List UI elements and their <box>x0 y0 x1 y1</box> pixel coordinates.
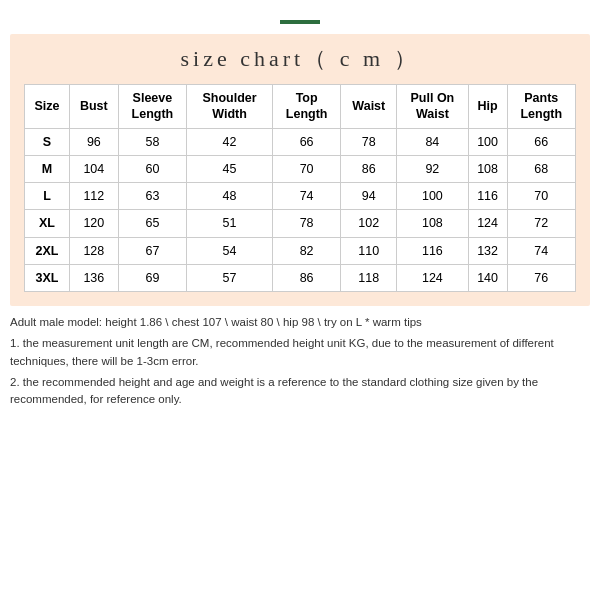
table-cell: 57 <box>187 264 273 291</box>
table-cell: 51 <box>187 210 273 237</box>
column-header: Pull On Waist <box>397 85 468 129</box>
table-cell: 100 <box>397 183 468 210</box>
table-cell: 58 <box>118 128 186 155</box>
table-cell: 42 <box>187 128 273 155</box>
notes: Adult male model: height 1.86 \ chest 10… <box>10 314 590 412</box>
table-row: 3XL13669578611812414076 <box>25 264 576 291</box>
table-cell: 70 <box>272 155 340 182</box>
table-cell: 112 <box>69 183 118 210</box>
table-cell: L <box>25 183 70 210</box>
column-header: Bust <box>69 85 118 129</box>
table-row: 2XL12867548211011613274 <box>25 237 576 264</box>
table-cell: 65 <box>118 210 186 237</box>
column-header: Waist <box>341 85 397 129</box>
size-table: SizeBustSleeve LengthShoulder WidthTop L… <box>24 84 576 292</box>
table-cell: 128 <box>69 237 118 264</box>
table-cell: 108 <box>397 210 468 237</box>
model-note: Adult male model: height 1.86 \ chest 10… <box>10 314 590 331</box>
column-header: Shoulder Width <box>187 85 273 129</box>
column-header: Top Length <box>272 85 340 129</box>
table-cell: S <box>25 128 70 155</box>
chart-container: size chart（ c m ） SizeBustSleeve LengthS… <box>10 34 590 306</box>
table-cell: 86 <box>272 264 340 291</box>
column-header: Hip <box>468 85 507 129</box>
table-row: S96584266788410066 <box>25 128 576 155</box>
table-cell: 76 <box>507 264 575 291</box>
table-cell: 94 <box>341 183 397 210</box>
table-cell: 84 <box>397 128 468 155</box>
table-cell: 63 <box>118 183 186 210</box>
table-cell: 60 <box>118 155 186 182</box>
table-cell: 104 <box>69 155 118 182</box>
table-cell: 74 <box>507 237 575 264</box>
table-cell: 136 <box>69 264 118 291</box>
table-cell: 110 <box>341 237 397 264</box>
table-cell: 70 <box>507 183 575 210</box>
table-cell: 3XL <box>25 264 70 291</box>
table-body: S96584266788410066M104604570869210868L11… <box>25 128 576 292</box>
table-cell: 78 <box>341 128 397 155</box>
table-cell: XL <box>25 210 70 237</box>
table-cell: 54 <box>187 237 273 264</box>
table-cell: 116 <box>397 237 468 264</box>
table-row: L1126348749410011670 <box>25 183 576 210</box>
header-row: SizeBustSleeve LengthShoulder WidthTop L… <box>25 85 576 129</box>
column-header: Sleeve Length <box>118 85 186 129</box>
table-cell: M <box>25 155 70 182</box>
table-cell: 120 <box>69 210 118 237</box>
table-cell: 102 <box>341 210 397 237</box>
table-cell: 132 <box>468 237 507 264</box>
table-header: SizeBustSleeve LengthShoulder WidthTop L… <box>25 85 576 129</box>
table-cell: 118 <box>341 264 397 291</box>
table-row: M104604570869210868 <box>25 155 576 182</box>
chart-title: size chart（ c m ） <box>24 44 576 74</box>
table-row: XL12065517810210812472 <box>25 210 576 237</box>
column-header: Pants Length <box>507 85 575 129</box>
table-cell: 92 <box>397 155 468 182</box>
table-cell: 2XL <box>25 237 70 264</box>
table-cell: 74 <box>272 183 340 210</box>
table-cell: 100 <box>468 128 507 155</box>
table-cell: 66 <box>507 128 575 155</box>
table-cell: 67 <box>118 237 186 264</box>
tip1: 1. the measurement unit length are CM, r… <box>10 335 590 370</box>
table-cell: 124 <box>468 210 507 237</box>
table-cell: 69 <box>118 264 186 291</box>
top-bar <box>280 20 320 24</box>
table-cell: 96 <box>69 128 118 155</box>
table-cell: 140 <box>468 264 507 291</box>
table-cell: 68 <box>507 155 575 182</box>
table-cell: 116 <box>468 183 507 210</box>
table-cell: 78 <box>272 210 340 237</box>
column-header: Size <box>25 85 70 129</box>
table-cell: 82 <box>272 237 340 264</box>
table-cell: 124 <box>397 264 468 291</box>
table-cell: 45 <box>187 155 273 182</box>
table-cell: 66 <box>272 128 340 155</box>
table-cell: 48 <box>187 183 273 210</box>
table-cell: 72 <box>507 210 575 237</box>
tip2: 2. the recommended height and age and we… <box>10 374 590 409</box>
table-cell: 86 <box>341 155 397 182</box>
table-cell: 108 <box>468 155 507 182</box>
